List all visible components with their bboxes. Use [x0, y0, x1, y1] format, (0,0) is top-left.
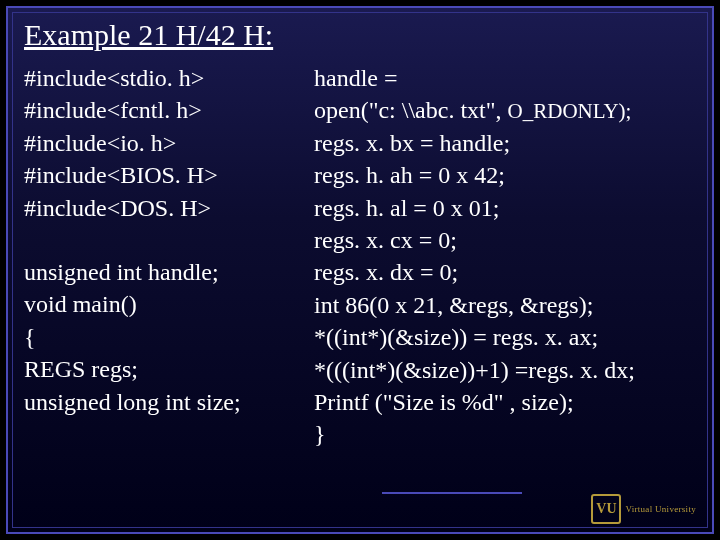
code-line: #include<fcntl. h>: [24, 94, 314, 126]
slide-outer-frame: Example 21 H/42 H: #include<stdio. h> #i…: [6, 6, 714, 534]
code-text: open("c: \\abc. txt",: [314, 97, 508, 123]
code-line: *((int*)(&size)) = regs. x. ax;: [314, 321, 696, 353]
logo-line: Virtual University: [625, 505, 696, 514]
code-line: #include<io. h>: [24, 127, 314, 159]
code-line: void main(): [24, 288, 314, 320]
code-right-column: handle = open("c: \\abc. txt", O_RDONLY)…: [314, 62, 696, 451]
logo-badge: VU: [591, 494, 621, 524]
code-line: }: [314, 418, 696, 450]
code-line: unsigned long int size;: [24, 386, 314, 418]
code-left-column: #include<stdio. h> #include<fcntl. h> #i…: [24, 62, 314, 451]
code-line: regs. h. ah = 0 x 42;: [314, 159, 696, 191]
footer-divider: [382, 492, 522, 494]
code-line: regs. h. al = 0 x 01;: [314, 192, 696, 224]
code-line: #include<DOS. H>: [24, 192, 314, 224]
code-line: Printf ("Size is %d" , size);: [314, 386, 696, 418]
code-line: regs. x. dx = 0;: [314, 256, 696, 288]
code-line: handle =: [314, 62, 696, 94]
code-line: int 86(0 x 21, &regs, &regs);: [314, 289, 696, 321]
code-line: {: [24, 321, 314, 353]
code-line: regs. x. bx = handle;: [314, 127, 696, 159]
slide-content: Example 21 H/42 H: #include<stdio. h> #i…: [24, 18, 696, 492]
blank-line: [24, 224, 314, 256]
logo-text: Virtual University: [625, 505, 696, 514]
code-line: #include<stdio. h>: [24, 62, 314, 94]
code-line: open("c: \\abc. txt", O_RDONLY);: [314, 94, 696, 126]
code-line: #include<BIOS. H>: [24, 159, 314, 191]
code-line: *(((int*)(&size))+1) =regs. x. dx;: [314, 354, 696, 386]
logo: VU Virtual University: [591, 494, 696, 524]
code-line: unsigned int handle;: [24, 256, 314, 288]
code-columns: #include<stdio. h> #include<fcntl. h> #i…: [24, 62, 696, 451]
code-line: REGS regs;: [24, 353, 314, 385]
slide-title: Example 21 H/42 H:: [24, 18, 696, 52]
code-text-small: O_RDONLY);: [508, 99, 632, 123]
code-line: regs. x. cx = 0;: [314, 224, 696, 256]
